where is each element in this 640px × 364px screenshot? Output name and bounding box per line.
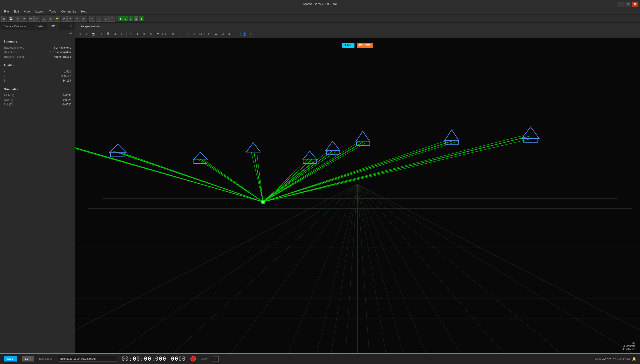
view-tab-bar: Perspective View (75, 23, 640, 30)
view-eye-btn[interactable]: 👁 (206, 31, 212, 37)
view-scale-btn[interactable]: ⤡ (148, 31, 154, 37)
toolbar-btn-8[interactable]: ⊠ (48, 16, 54, 22)
viewport-svg (75, 38, 640, 353)
toolbar-btn-5[interactable]: 📷 (28, 16, 34, 22)
tracked-markers-row: Tracked Markers 4 of 4 markers (4, 46, 71, 50)
toolbar-num-5[interactable]: 2 (139, 16, 144, 21)
menu-community[interactable]: Community (59, 9, 79, 14)
toolbar-btn-17[interactable]: (() (109, 16, 115, 22)
view-move-btn[interactable]: ✛ (134, 31, 141, 37)
toolbar-btn-11[interactable]: ✦ (67, 16, 73, 22)
yaw-row: Yaw (Y) -0.002° (4, 98, 71, 102)
toolbar-btn-6[interactable]: ✏ (34, 16, 40, 22)
tracking-algorithm-row: Tracking Algorithm Marker Based (4, 54, 71, 59)
view-capture-btn[interactable]: 📷 (90, 31, 96, 37)
view-select-btn[interactable]: ↖ (127, 31, 134, 37)
data-rate-display: Data 306.2 KB/s 🔔 (595, 356, 636, 361)
notification-bell[interactable]: 🔔 (632, 357, 636, 361)
viewport-tb0: tb0 (622, 341, 635, 344)
pitch-value: 0.003° (63, 94, 71, 97)
z-row: Z 34.199 (4, 78, 71, 83)
view-sep-4 (204, 32, 205, 36)
panel-tabs: Camera Calibration Builder Info ✕ (0, 23, 75, 30)
toolbar-num-4[interactable]: 1 (134, 16, 138, 21)
toolbar-btn-12[interactable]: ✧ (74, 16, 80, 22)
view-btn-b[interactable]: ⊟ (177, 31, 183, 37)
view-btn-d[interactable]: ⤢ (190, 31, 197, 37)
view-arrow-btn[interactable]: ⟶ (97, 31, 103, 37)
view-toolbar: ⊞ ↻ 📷 ⟶ 🔍 ⊕ ⊡ ↖ ✛ ↺ ⤡ ⊏ LCL ⧈ ⊟ ⊞ ⤢ ⊠ 👁 … (75, 30, 640, 38)
status-bar: LIVE EDIT Take Name: 00:00:00:000 0000 D… (0, 353, 640, 364)
pitch-row: Pitch (X) 0.003° (4, 93, 71, 98)
toolbar-num-1[interactable]: 1 (118, 16, 123, 21)
tab-camera-calibration[interactable]: Camera Calibration (0, 23, 31, 30)
view-zoom-in-btn[interactable]: ⊕ (112, 31, 119, 37)
perspective-view-tab[interactable]: Perspective View (77, 24, 105, 29)
svg-point-79 (262, 201, 264, 203)
maximize-button[interactable]: □ (624, 2, 631, 6)
status-edit-button[interactable]: EDIT (22, 356, 34, 362)
view-btn-a[interactable]: ⧈ (170, 31, 176, 37)
y-row: Y 335.502 (4, 74, 71, 78)
view-btn-c[interactable]: ⊞ (184, 31, 190, 37)
view-grid-btn[interactable]: ⊞ (76, 31, 83, 37)
toolbar-btn-9[interactable]: ⚡ (54, 16, 60, 22)
view-person-btn[interactable]: 👤 (241, 31, 248, 37)
menu-file[interactable]: File (2, 9, 11, 14)
view-zoom-out-btn[interactable]: 🔍 (105, 31, 112, 37)
viewport-selected: 4 Selected (622, 348, 635, 351)
view-rotate2-btn[interactable]: ↺ (141, 31, 147, 37)
view-skeleton-btn[interactable]: ⊏ (155, 31, 161, 37)
toolbar-btn-7[interactable]: ⊡ (41, 16, 47, 22)
toolbar-btn-16[interactable]: ⊿ (103, 16, 109, 22)
view-marker-btn[interactable]: ◎ (219, 31, 226, 37)
minimize-button[interactable]: − (617, 2, 624, 6)
toolbar-btn-4[interactable]: ■ (21, 16, 27, 22)
menu-edit[interactable]: Edit (12, 9, 21, 14)
view-btn-e[interactable]: ⊠ (197, 31, 204, 37)
close-button[interactable]: ✕ (632, 2, 638, 6)
menu-tools[interactable]: Tools (47, 9, 58, 14)
view-sep-1 (104, 32, 104, 36)
toolbar-num-3[interactable]: 3 (129, 16, 133, 21)
view-stick-btn[interactable]: ⚇ (248, 31, 255, 37)
tracked-markers-value: 4 of 4 markers (54, 46, 71, 49)
toolbar-num-2[interactable]: 2 (123, 16, 128, 21)
toolbar-btn-10[interactable]: ⊕ (61, 16, 67, 22)
view-rotate-btn[interactable]: ↻ (83, 31, 90, 37)
panel-options[interactable]: ••• (0, 30, 75, 36)
toolbar-btn-13[interactable]: ⊗ (81, 16, 86, 22)
right-panel: Perspective View ⊞ ↻ 📷 ⟶ 🔍 ⊕ ⊡ ↖ ✛ ↺ ⤡ ⊏… (75, 23, 640, 353)
tracking-algorithm-label: Tracking Algorithm (4, 55, 26, 58)
timecode-display: 00:00:00:000 (121, 356, 166, 362)
record-button[interactable] (190, 356, 196, 362)
toolbar-btn-1[interactable]: ⊞ (1, 16, 7, 22)
toolbar-btn-2[interactable]: 💾 (8, 16, 14, 22)
yaw-label: Yaw (Y) (4, 98, 13, 102)
view-label-btn[interactable]: LCL (161, 31, 168, 37)
panel-content: Summary Tracked Markers 4 of 4 markers M… (0, 36, 75, 353)
menu-help[interactable]: Help (79, 9, 89, 14)
toolbar-sep-2 (116, 16, 117, 21)
take-name-input[interactable] (58, 356, 117, 362)
menu-layout[interactable]: Layout (33, 9, 46, 14)
gap-1 (4, 59, 71, 64)
view-link-btn[interactable]: ⊕ (226, 31, 233, 37)
panel-close-btn[interactable]: ✕ (67, 23, 75, 30)
y-value: 335.502 (61, 74, 71, 78)
toolbar-btn-14[interactable]: ↺ (89, 16, 95, 22)
tab-info[interactable]: Info (47, 23, 59, 30)
menu-view[interactable]: View (22, 9, 33, 14)
x-row: X 1.611 (4, 69, 71, 74)
status-live-button[interactable]: LIVE (4, 356, 17, 362)
y-label: Y (4, 74, 6, 78)
view-fit-btn[interactable]: ⊡ (119, 31, 125, 37)
toolbar-btn-15[interactable]: ⤡ (96, 16, 102, 22)
toolbar-sep-1 (88, 16, 88, 21)
tracking-algorithm-value: Marker Based (54, 55, 71, 58)
3d-viewport[interactable]: LIVE PASSIVE tb0 4 Markers 4 Selected (75, 38, 640, 353)
view-cloud-btn[interactable]: ☁ (212, 31, 219, 37)
toolbar-btn-3[interactable]: ⚙ (15, 16, 21, 22)
tab-builder[interactable]: Builder (31, 23, 47, 30)
view-arrow2-btn[interactable]: ↑ (233, 31, 239, 37)
